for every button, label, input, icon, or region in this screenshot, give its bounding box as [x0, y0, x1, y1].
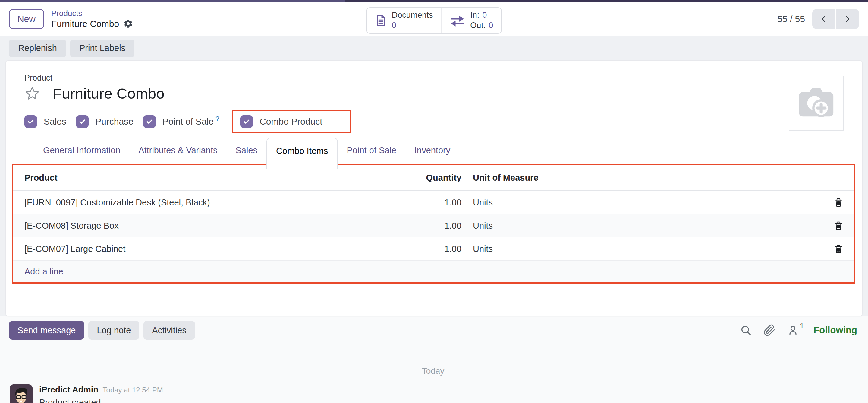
avatar	[10, 384, 33, 403]
documents-label: Documents	[392, 10, 433, 21]
trash-icon	[833, 244, 844, 254]
breadcrumb: Products Furniture Combo	[51, 9, 133, 29]
documents-value: 0	[392, 21, 433, 31]
cell-quantity: 1.00	[407, 221, 461, 231]
documents-stat-button[interactable]: Documents 0	[367, 8, 441, 33]
breadcrumb-products-link[interactable]: Products	[51, 9, 133, 18]
notebook-tabs: General Information Attributes & Variant…	[6, 138, 862, 164]
check-icon	[242, 117, 251, 126]
combo-product-checkbox[interactable]	[240, 115, 253, 128]
cell-quantity: 1.00	[407, 244, 461, 254]
pager-next-button[interactable]	[836, 9, 859, 29]
product-image-placeholder[interactable]	[789, 76, 844, 131]
statusbar: Replenish Print Labels	[0, 36, 868, 60]
column-header-quantity: Quantity	[407, 173, 461, 183]
replenish-button[interactable]: Replenish	[9, 39, 66, 57]
record-pager: 55 / 55	[777, 9, 859, 29]
combo-product-highlight-box: Combo Product	[232, 110, 351, 133]
chevron-left-icon	[819, 14, 829, 24]
combo-product-checkbox-label: Combo Product	[259, 116, 322, 127]
record-type-label: Product	[24, 73, 844, 83]
message-author: iPredict Admin	[39, 385, 98, 395]
following-toggle[interactable]: Following	[813, 325, 857, 336]
combo-table-header: Product Quantity Unit of Measure	[13, 165, 854, 191]
tab-combo-items[interactable]: Combo Items	[267, 138, 338, 169]
help-tooltip-marker: ?	[216, 115, 219, 122]
followers-icon	[787, 324, 799, 336]
in-out-stat-button[interactable]: In: 0 Out: 0	[441, 8, 501, 33]
cell-product: [E-COM08] Storage Box	[24, 221, 407, 231]
out-value: 0	[489, 21, 493, 31]
delete-row-button[interactable]	[832, 196, 845, 209]
date-divider-label: Today	[422, 366, 444, 376]
tab-inventory[interactable]: Inventory	[405, 138, 459, 163]
chatter-message: iPredict Admin Today at 12:54 PM Product…	[9, 384, 857, 403]
stat-button-group: Documents 0 In: 0 Out: 0	[367, 7, 502, 34]
tab-point-of-sale[interactable]: Point of Sale	[338, 138, 405, 163]
transfer-arrows-icon	[449, 13, 465, 27]
cell-uom: Units	[461, 244, 815, 254]
check-icon	[78, 117, 87, 126]
column-header-product: Product	[24, 173, 407, 183]
product-form-sheet: Product Furniture Combo Sales	[5, 60, 863, 316]
favorite-star-icon[interactable]	[24, 86, 40, 102]
chevron-right-icon	[843, 14, 852, 24]
check-icon	[145, 117, 154, 126]
combo-items-highlight-box: Product Quantity Unit of Measure [FURN_0…	[12, 164, 855, 284]
camera-plus-icon	[796, 85, 836, 121]
attach-files-button[interactable]	[764, 324, 775, 336]
activities-button[interactable]: Activities	[144, 321, 195, 340]
followers-button[interactable]: 1	[787, 324, 804, 336]
document-icon	[375, 13, 387, 28]
tab-general-information[interactable]: General Information	[34, 138, 129, 163]
cell-uom: Units	[461, 198, 815, 207]
in-label: In:	[470, 10, 479, 21]
trash-icon	[833, 197, 844, 207]
trash-icon	[833, 221, 844, 231]
pos-checkbox-label: Point of Sale?	[162, 116, 219, 127]
followers-count-badge: 1	[800, 322, 804, 330]
search-messages-button[interactable]	[740, 324, 752, 336]
breadcrumb-current: Furniture Combo	[51, 19, 119, 29]
pager-counter: 55 / 55	[777, 14, 805, 24]
table-row[interactable]: [FURN_0097] Customizable Desk (Steel, Bl…	[13, 191, 854, 214]
add-a-line-link[interactable]: Add a line	[24, 267, 63, 277]
delete-row-button[interactable]	[832, 219, 845, 232]
tab-attributes-variants[interactable]: Attributes & Variants	[129, 138, 226, 163]
pos-checkbox[interactable]	[143, 115, 156, 128]
purchase-checkbox[interactable]	[76, 115, 89, 128]
check-icon	[27, 117, 35, 126]
send-message-button[interactable]: Send message	[9, 321, 84, 340]
pager-previous-button[interactable]	[812, 9, 835, 29]
date-divider: Today	[9, 366, 857, 376]
tab-sales[interactable]: Sales	[227, 138, 267, 163]
new-button[interactable]: New	[9, 9, 44, 29]
point-of-sale-checkbox-label-wrap: Purchase	[95, 116, 133, 127]
table-row[interactable]: [E-COM07] Large Cabinet 1.00 Units	[13, 237, 854, 261]
control-panel: New Products Furniture Combo Documents 0	[0, 2, 868, 36]
print-labels-button[interactable]: Print Labels	[70, 39, 134, 57]
form-view-background: Product Furniture Combo Sales	[0, 60, 868, 316]
cell-product: [FURN_0097] Customizable Desk (Steel, Bl…	[24, 198, 407, 207]
cell-product: [E-COM07] Large Cabinet	[24, 244, 407, 254]
log-note-button[interactable]: Log note	[88, 321, 139, 340]
in-value: 0	[482, 10, 487, 21]
message-body: Product created	[39, 398, 163, 403]
table-row[interactable]: [E-COM08] Storage Box 1.00 Units	[13, 214, 854, 237]
paperclip-icon	[764, 324, 775, 336]
product-flags-row: Sales Purchase Point of Sale?	[24, 110, 844, 133]
sales-checkbox[interactable]	[24, 115, 37, 128]
chatter: Send message Log note Activities 1 Follo…	[0, 316, 868, 403]
gear-icon[interactable]	[123, 19, 133, 29]
top-navbar-edge	[0, 0, 868, 2]
add-line-row: Add a line	[13, 261, 854, 282]
out-label: Out:	[470, 21, 486, 31]
sales-checkbox-label: Sales	[44, 116, 66, 127]
search-icon	[740, 324, 752, 336]
cell-uom: Units	[461, 221, 815, 231]
cell-quantity: 1.00	[407, 198, 461, 207]
delete-row-button[interactable]	[832, 242, 845, 255]
user-avatar-image	[10, 384, 33, 403]
message-timestamp: Today at 12:54 PM	[103, 386, 163, 394]
product-name-field[interactable]: Furniture Combo	[53, 85, 164, 102]
